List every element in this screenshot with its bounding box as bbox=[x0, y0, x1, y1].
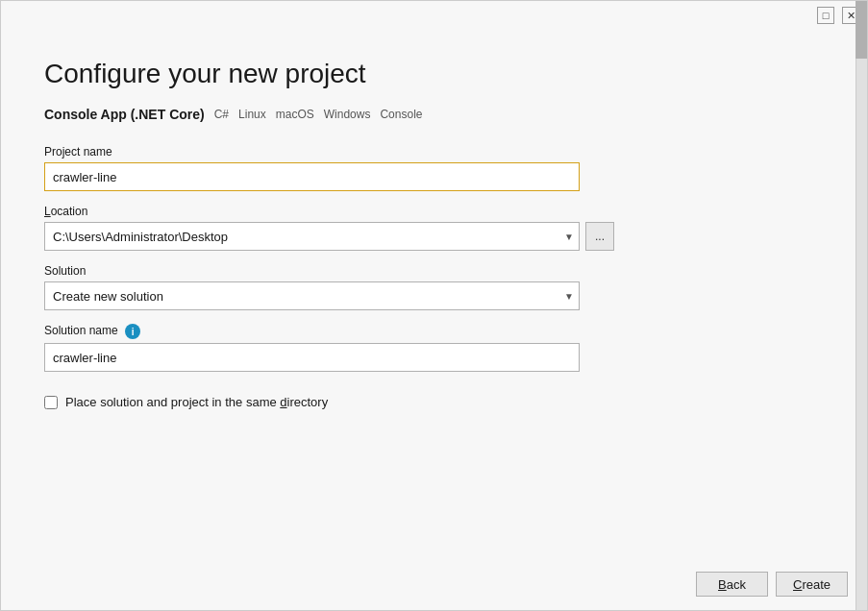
main-window: □ ✕ Configure your new project Console A… bbox=[0, 0, 868, 611]
app-subtitle: Console App (.NET Core) bbox=[44, 107, 205, 122]
create-button[interactable]: Create bbox=[776, 572, 848, 597]
info-icon: i bbox=[125, 324, 140, 339]
same-directory-checkbox[interactable] bbox=[44, 396, 58, 409]
back-button[interactable]: Back bbox=[696, 572, 768, 597]
scrollbar[interactable] bbox=[856, 1, 867, 610]
solution-select-wrapper: Create new solution ▼ bbox=[44, 281, 580, 310]
tag-linux: Linux bbox=[238, 107, 266, 122]
project-name-input[interactable]: crawler-line bbox=[44, 162, 580, 191]
location-row: C:\Users\Administrator\Desktop ▼ ... bbox=[44, 222, 824, 251]
solution-name-label: Solution name i bbox=[44, 324, 824, 339]
solution-select[interactable]: Create new solution bbox=[44, 281, 580, 310]
page-title: Configure your new project bbox=[44, 59, 824, 89]
footer: Back Create bbox=[1, 558, 867, 610]
scrollbar-thumb[interactable] bbox=[856, 1, 867, 59]
tag-console: Console bbox=[380, 107, 422, 122]
browse-button[interactable]: ... bbox=[585, 222, 614, 251]
title-bar: □ ✕ bbox=[1, 1, 867, 30]
location-group: LLocationocation C:\Users\Administrator\… bbox=[44, 205, 824, 251]
main-content: Configure your new project Console App (… bbox=[1, 30, 867, 558]
location-label: LLocationocation bbox=[44, 205, 824, 218]
minimize-button[interactable]: □ bbox=[817, 7, 834, 24]
tag-csharp: C# bbox=[214, 107, 229, 122]
tag-windows: Windows bbox=[324, 107, 371, 122]
subtitle-row: Console App (.NET Core) C# Linux macOS W… bbox=[44, 107, 824, 122]
checkbox-row: Place solution and project in the same d… bbox=[44, 395, 824, 409]
project-name-group: Project name crawler-line bbox=[44, 145, 824, 191]
solution-label: Solution bbox=[44, 264, 824, 278]
location-select-wrapper: C:\Users\Administrator\Desktop ▼ bbox=[44, 222, 580, 251]
solution-name-input[interactable]: crawler-line bbox=[44, 343, 580, 372]
solution-name-group: Solution name i crawler-line bbox=[44, 324, 824, 372]
location-select[interactable]: C:\Users\Administrator\Desktop bbox=[44, 222, 580, 251]
solution-group: Solution Create new solution ▼ bbox=[44, 264, 824, 310]
project-name-label: Project name bbox=[44, 145, 824, 159]
tag-macos: macOS bbox=[276, 107, 314, 122]
form: Project name crawler-line LLocationocati… bbox=[44, 145, 824, 409]
checkbox-label[interactable]: Place solution and project in the same d… bbox=[65, 395, 328, 409]
